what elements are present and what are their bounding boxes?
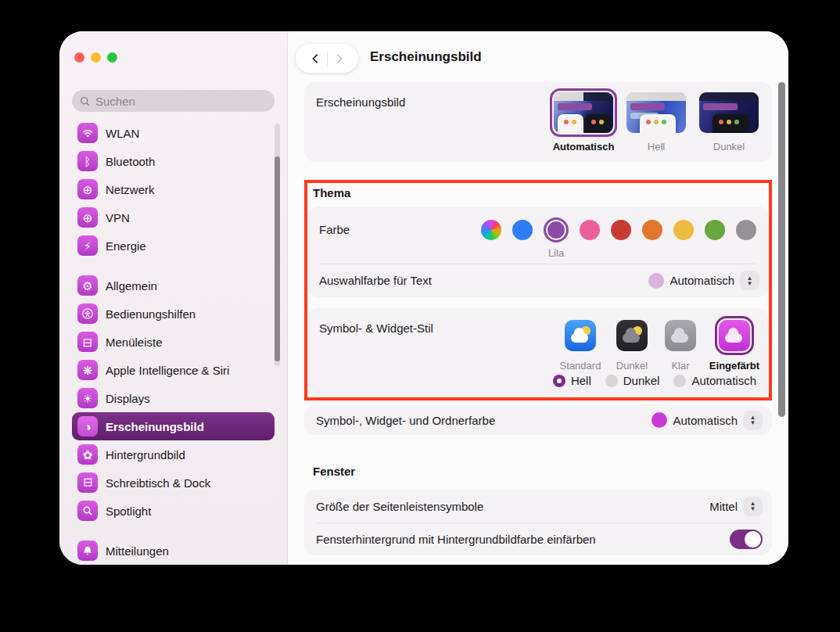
sidebar: Suchen WLAN ᛒBluetooth ⊕Netzwerk ⊕VPN ⚡E…: [59, 31, 288, 565]
traffic-lights: [72, 31, 275, 63]
appearance-option-automatisch[interactable]: Automatisch: [550, 88, 617, 153]
nav-divider: [327, 52, 328, 66]
accessibility-icon: [77, 303, 98, 324]
color-swatch-multicolor[interactable]: [481, 220, 501, 240]
bolt-icon: ⚡: [77, 235, 98, 256]
appearance-option-hell[interactable]: Hell: [623, 88, 690, 153]
auswahlfarbe-value: Automatisch: [669, 274, 734, 287]
ordnerfarbe-value: Automatisch: [673, 414, 738, 427]
style-option-label: Klar: [671, 360, 689, 372]
ordnerfarbe-swatch: [652, 412, 667, 428]
appearance-options: Automatisch Hell: [550, 88, 763, 153]
window-tint-row: Fensterhintergrund mit Hintergrundbildfa…: [316, 522, 763, 555]
ordnerfarbe-dropdown[interactable]: Automatisch ▴▾: [652, 411, 763, 430]
style-option-eingefaerbt[interactable]: Eingefärbt: [706, 316, 763, 372]
sidebar-item-wlan[interactable]: WLAN: [72, 119, 275, 147]
color-swatch-rosa[interactable]: [580, 220, 600, 240]
ordnerfarbe-label: Symbol-, Widget- und Ordnerfarbe: [316, 414, 495, 427]
style-option-klar[interactable]: Klar: [661, 316, 700, 372]
vpn-globe-icon: ⊕: [77, 207, 98, 228]
appearance-option-dunkel[interactable]: Dunkel: [695, 88, 763, 153]
sidebar-list: WLAN ᛒBluetooth ⊕Netzwerk ⊕VPN ⚡Energie …: [72, 119, 275, 565]
sidebar-item-bedienungshilfen[interactable]: Bedienungshilfen: [72, 300, 275, 328]
color-swatch-gruen[interactable]: [705, 220, 725, 240]
appearance-option-label: Dunkel: [713, 141, 745, 153]
auswahlfarbe-dropdown[interactable]: Automatisch ▴▾: [648, 271, 759, 290]
search-input[interactable]: Suchen: [72, 90, 275, 112]
sidebar-item-allgemein[interactable]: ⚙Allgemein: [72, 271, 275, 300]
sidebar-item-apple-intelligence-siri[interactable]: ❋Apple Intelligence & Siri: [72, 356, 275, 384]
icon-style-card: Symbol- & Widget-Stil Standard Dunkel Kl…: [307, 308, 769, 397]
forward-button[interactable]: [334, 53, 345, 64]
color-swatch-lila-selected[interactable]: [544, 217, 569, 242]
style-option-label: Eingefärbt: [709, 360, 759, 372]
sidebar-item-mitteilungen[interactable]: Mitteilungen: [72, 537, 275, 565]
menubar-icon: ⊟: [77, 332, 98, 352]
selected-color-name: Lila: [536, 247, 576, 259]
icon-size-dropdown[interactable]: Mittel ▴▾: [709, 497, 763, 516]
radio-dunkel[interactable]: Dunkel: [605, 374, 660, 387]
sidebar-icon-size-row: Größe der Seitenleistensymbole Mittel ▴▾: [316, 490, 763, 522]
style-option-standard[interactable]: Standard: [558, 316, 603, 372]
sidebar-item-erscheinungsbild[interactable]: ◑Erscheinungsbild: [72, 412, 275, 440]
weather-icon-dark: [616, 320, 648, 351]
sidebar-item-schreibtisch-dock[interactable]: ⊟Schreibtisch & Dock: [72, 469, 275, 497]
zoom-button[interactable]: [107, 52, 117, 63]
color-swatch-gelb[interactable]: [673, 220, 694, 240]
text-selection-color-row: Auswahlfarbe für Text Automatisch ▴▾: [319, 264, 759, 297]
sidebar-item-vpn[interactable]: ⊕VPN: [72, 203, 275, 232]
sidebar-item-label: Bedienungshilfen: [106, 307, 196, 321]
sidebar-item-label: Erscheinungsbild: [106, 420, 204, 433]
sidebar-item-label: Displays: [106, 392, 150, 405]
icon-size-label: Größe der Seitenleistensymbole: [316, 500, 483, 513]
sidebar-item-label: Netzwerk: [106, 183, 155, 196]
style-option-label: Dunkel: [616, 360, 648, 372]
sidebar-item-label: Spotlight: [106, 505, 151, 518]
bluetooth-icon: ᛒ: [77, 151, 98, 171]
appearance-row-label: Erscheinungsbild: [316, 95, 405, 109]
color-swatch-rot[interactable]: [611, 220, 631, 240]
dark-theme-thumbnail: [699, 92, 759, 133]
radio-automatisch[interactable]: Automatisch: [673, 374, 756, 387]
icon-style-options: Standard Dunkel Klar Eingefärbt: [558, 316, 763, 372]
auto-theme-thumbnail: [554, 92, 613, 133]
sidebar-item-spotlight[interactable]: Spotlight: [72, 497, 275, 525]
farbe-label: Farbe: [319, 223, 350, 236]
color-swatch-orange[interactable]: [642, 220, 662, 240]
minimize-button[interactable]: [91, 52, 101, 63]
radio-hell[interactable]: Hell: [553, 374, 591, 387]
magnifier-icon: [77, 501, 98, 521]
sidebar-item-netzwerk[interactable]: ⊕Netzwerk: [72, 175, 275, 203]
sidebar-item-label: Apple Intelligence & Siri: [106, 364, 229, 377]
weather-icon-standard: [565, 320, 596, 351]
bell-icon: [77, 540, 98, 561]
folder-color-card: Symbol-, Widget- und Ordnerfarbe Automat…: [304, 405, 772, 435]
sidebar-item-hintergrundbild[interactable]: ✿Hintergrundbild: [72, 440, 275, 469]
back-button[interactable]: [310, 53, 321, 64]
sidebar-item-menueleiste[interactable]: ⊟Menüleiste: [72, 328, 275, 356]
appearance-option-label: Hell: [648, 141, 665, 153]
style-option-dunkel[interactable]: Dunkel: [609, 316, 655, 372]
sidebar-group-gap: [72, 525, 275, 537]
tint-toggle-on[interactable]: [730, 530, 763, 549]
color-swatch-grau[interactable]: [736, 220, 756, 240]
sidebar-item-label: Allgemein: [106, 279, 157, 293]
wifi-icon: [77, 123, 98, 143]
radio-button: [673, 375, 686, 387]
page-title: Erscheinungsbild: [370, 49, 482, 65]
sidebar-item-energie[interactable]: ⚡Energie: [72, 232, 275, 260]
desktop-background: { "window": { "traffic_lights": ["close"…: [0, 0, 840, 632]
accent-color-swatches: [481, 217, 756, 242]
chevron-up-down-icon[interactable]: ▴▾: [743, 497, 763, 516]
close-button[interactable]: [74, 52, 84, 63]
fenster-section-title: Fenster: [313, 465, 355, 478]
sidebar-scrollbar-thumb[interactable]: [275, 156, 280, 361]
main-scrollbar-thumb[interactable]: [778, 82, 785, 417]
chevron-up-down-icon[interactable]: ▴▾: [740, 271, 759, 290]
appearance-icon: ◑: [77, 416, 98, 436]
sidebar-item-bluetooth[interactable]: ᛒBluetooth: [72, 147, 275, 175]
chevron-up-down-icon[interactable]: ▴▾: [743, 411, 763, 430]
sidebar-item-displays[interactable]: ☀Displays: [72, 384, 275, 412]
weather-icon-tinted: [719, 320, 750, 351]
color-swatch-blau[interactable]: [512, 220, 533, 240]
